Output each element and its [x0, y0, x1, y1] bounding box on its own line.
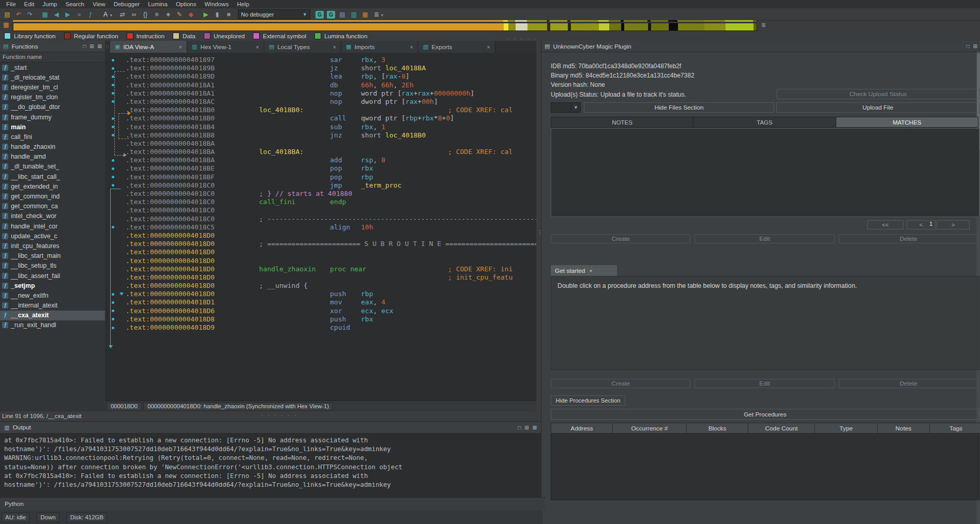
next-page-button[interactable]: >	[937, 220, 970, 229]
asterisk-icon[interactable]: ∗	[163, 9, 173, 19]
close-panel-icon[interactable]: ⊠	[533, 425, 537, 430]
disasm-line[interactable]: .text:00000000004018D0handle_zhaoxinproc…	[105, 265, 536, 273]
function-list-item[interactable]: f__libc_assert_fail	[0, 271, 105, 281]
xrefs-icon[interactable]: ⇄	[117, 9, 128, 19]
debug-windows-icon[interactable]: G	[315, 11, 324, 19]
files-tab-notes[interactable]: NOTES	[551, 117, 693, 128]
menu-search[interactable]: Search	[61, 1, 88, 7]
function-list-item[interactable]: f__libc_setup_tls	[0, 261, 105, 271]
function-list-item[interactable]: fhandle_zhaoxin	[0, 142, 105, 152]
menu-debugger[interactable]: Debugger	[110, 1, 144, 7]
close-tab-icon[interactable]: ×	[487, 44, 490, 50]
python-bar[interactable]: Python	[0, 497, 546, 511]
disasm-line[interactable]: .text:00000000004018C0; ----------------…	[105, 215, 536, 223]
column-header-notes[interactable]: Notes	[878, 423, 930, 434]
hide-files-section-button[interactable]: Hide Files Section	[584, 102, 774, 113]
delete-button[interactable]: Delete	[839, 379, 978, 388]
functions-column-header[interactable]: Function name	[0, 52, 105, 63]
debug-modules-icon[interactable]: G	[327, 11, 335, 19]
function-list-item[interactable]: f_dl_tunable_set_	[0, 162, 105, 172]
files-tab-matches[interactable]: MATCHES	[836, 117, 978, 128]
disasm-line[interactable]: .text:00000000004018D0	[105, 232, 536, 240]
attach-icon[interactable]: ■	[223, 9, 234, 19]
disasm-line[interactable]: .text:00000000004018D0; __unwind {	[105, 282, 536, 290]
disasm-line[interactable]: .text:00000000004018D1moveax, 4	[105, 298, 536, 306]
disasm-line[interactable]: .text:00000000004018BA	[105, 140, 536, 148]
menu-help[interactable]: Help	[233, 1, 253, 7]
tab-hex-view-1[interactable]: ▥Hex View-1×	[187, 41, 264, 53]
save-icon[interactable]: ▤	[2, 9, 12, 19]
disasm-line[interactable]: .text:00000000004018ACnopdword ptr [rax+…	[105, 98, 536, 106]
edit-button[interactable]: Edit	[695, 234, 834, 243]
disasm-line[interactable]: .text:00000000004018D8pushrbx	[105, 315, 536, 323]
column-header-blocks[interactable]: Blocks	[687, 423, 748, 434]
function-list-item[interactable]: finit_cpu_features	[0, 241, 105, 251]
close-panel-icon[interactable]: ⊠	[98, 43, 102, 49]
close-tab-icon[interactable]: ×	[179, 44, 182, 50]
tab-imports[interactable]: ▦Imports×	[341, 41, 418, 53]
function-list-item[interactable]: f__internal_atexit	[0, 301, 105, 311]
function-list-item[interactable]: fregister_tm_clon	[0, 93, 105, 102]
disasm-line[interactable]: .text:00000000004018D0	[105, 257, 536, 265]
navband-menu-icon[interactable]: ≣	[761, 22, 766, 28]
disasm-line[interactable]: .text:00000000004018D0; ================…	[105, 240, 536, 248]
float-panel-icon[interactable]: □	[83, 43, 86, 49]
panel-menu-icon[interactable]: ⊞	[973, 43, 977, 49]
disasm-line[interactable]: .text:00000000004018D6xorecx, ecx	[105, 307, 536, 315]
edit-button[interactable]: Edit	[695, 379, 834, 388]
disasm-line[interactable]: .text:00000000004018D0pushrbp	[105, 290, 536, 298]
disasm-line[interactable]: .text:00000000004018BFpoprbp	[105, 173, 536, 181]
float-panel-icon[interactable]: □	[518, 425, 521, 430]
function-list-item[interactable]: f__libc_start_call_	[0, 172, 105, 181]
chain-icon[interactable]: ∞	[129, 9, 139, 19]
column-header-occurrence[interactable]: Occurrence #	[613, 423, 687, 434]
menu-edit[interactable]: Edit	[20, 1, 39, 7]
disasm-line[interactable]: .text:00000000004018D0; init_cpu_featu	[105, 273, 536, 282]
scripts-icon[interactable]: ≣	[371, 9, 382, 19]
float-panel-icon[interactable]: □	[967, 43, 970, 49]
disasm-line[interactable]: .text:00000000004018C0; } // starts at 4…	[105, 190, 536, 198]
function-list-item[interactable]: f__new_exitfn	[0, 290, 105, 300]
jump-forward-icon[interactable]: ▶	[63, 9, 73, 19]
function-list-item[interactable]: fhandle_intel_cor	[0, 221, 105, 231]
hide-procedures-section-button[interactable]: Hide Procedures Section	[551, 395, 625, 406]
delete-button[interactable]: Delete	[839, 234, 978, 243]
close-tab-icon[interactable]: ×	[589, 268, 592, 274]
goto-address-icon[interactable]: »	[74, 9, 84, 19]
braces-icon[interactable]: {}	[140, 9, 150, 19]
close-tab-icon[interactable]: ×	[410, 44, 413, 50]
list-icon[interactable]: ≡	[152, 9, 162, 19]
disasm-line[interactable]: .text:00000000004018C0	[105, 206, 536, 214]
vertical-splitter[interactable]: ⋮	[536, 41, 541, 411]
functions-list-icon[interactable]: ƒ	[85, 9, 96, 19]
close-tab-icon[interactable]: ×	[333, 44, 336, 50]
menu-lumina[interactable]: Lumina	[144, 1, 172, 7]
panel-menu-icon[interactable]: ⊞	[89, 43, 94, 49]
menu-view[interactable]: View	[88, 1, 110, 7]
disasm-line[interactable]: .text:00000000004018C5align10h	[105, 223, 536, 232]
disasm-line[interactable]: .text:00000000004018C0call_finiendp	[105, 198, 536, 206]
function-list-item[interactable]: f_setjmp	[0, 281, 105, 290]
undo-icon[interactable]: ↶	[13, 9, 24, 19]
chevron-down-icon[interactable]: ▼	[303, 12, 307, 17]
debugger-selector[interactable]: No debugger ▼	[238, 9, 310, 19]
disasm-line[interactable]: .text:0000000000401897sarrbx, 3	[105, 56, 536, 64]
upload-file-button[interactable]: Upload File	[776, 102, 979, 113]
column-header-address[interactable]: Address	[551, 423, 613, 434]
output-log[interactable]: at 0x7fbc7815a410>: Failed to establish …	[0, 434, 541, 492]
tabbar-drag-handle[interactable]: ∷	[105, 41, 110, 53]
disasm-line[interactable]: .text:00000000004018B0loc_4018B0:; CODE …	[105, 106, 536, 114]
segments-icon[interactable]: ▦	[360, 9, 370, 19]
navigation-band[interactable]	[13, 23, 757, 31]
get-started-tab[interactable]: Get started ×	[551, 265, 617, 276]
function-list-item[interactable]: fderegister_tm_cl	[0, 82, 105, 92]
files-tab-tags[interactable]: TAGS	[693, 117, 836, 128]
splitter-handle-bottom[interactable]: · · · · · ·	[261, 412, 297, 418]
create-button[interactable]: Create	[551, 379, 690, 388]
font-icon[interactable]: A	[100, 9, 111, 19]
function-list-item[interactable]: fhandle_amd	[0, 152, 105, 162]
disasm-line[interactable]: .text:00000000004018BAloc_4018BA:; CODE …	[105, 148, 536, 156]
disasm-line[interactable]: .text:00000000004018D0	[105, 248, 536, 256]
edit-icon[interactable]: ✎	[174, 9, 185, 19]
procedures-table-body[interactable]	[551, 434, 979, 500]
